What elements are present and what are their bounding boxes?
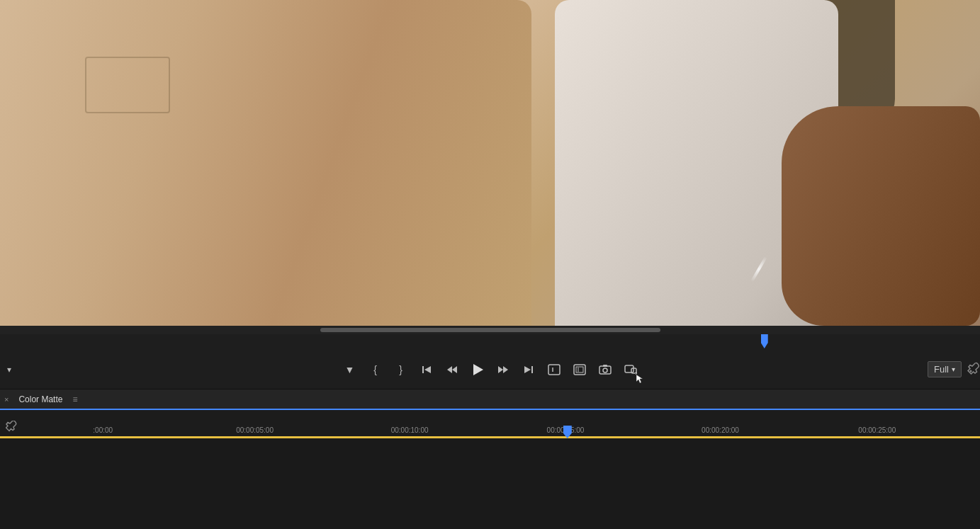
svg-marker-6 — [503, 366, 508, 373]
svg-rect-12 — [576, 367, 583, 372]
svg-marker-0 — [422, 366, 424, 373]
svg-marker-1 — [424, 366, 431, 373]
output-settings-button[interactable] — [619, 358, 642, 381]
preview-scrollbar[interactable] — [0, 326, 980, 334]
timecode-20: 00:00:20:00 — [702, 426, 739, 434]
svg-marker-5 — [498, 366, 503, 373]
svg-marker-7 — [524, 366, 531, 373]
go-to-out-button[interactable] — [517, 358, 540, 381]
chevron-down-icon: ▾ — [952, 365, 955, 373]
panel-menu-button[interactable]: ▾ — [7, 365, 11, 375]
safe-margins-button[interactable] — [568, 358, 591, 381]
transport-controls: ▼ { } — [339, 358, 642, 381]
play-button[interactable] — [466, 358, 489, 381]
video-preview — [0, 0, 980, 326]
tab-title[interactable]: Color Matte — [13, 389, 68, 409]
tab-bar: × Color Matte ≡ — [0, 389, 980, 410]
timecode-5: 00:00:05:00 — [236, 426, 274, 434]
marker-button[interactable]: ▼ — [339, 358, 361, 381]
quality-dropdown[interactable]: Full ▾ — [928, 361, 962, 377]
svg-rect-17 — [625, 365, 633, 372]
svg-rect-9 — [548, 365, 560, 375]
svg-marker-4 — [473, 364, 483, 375]
preview-playhead — [761, 334, 768, 348]
svg-rect-11 — [574, 365, 585, 375]
preview-ruler — [0, 334, 980, 350]
svg-marker-19 — [636, 375, 643, 383]
svg-marker-3 — [452, 366, 457, 373]
settings-wrench-button[interactable] — [967, 362, 980, 377]
timecode-10: 00:00:10:00 — [391, 426, 429, 434]
svg-marker-2 — [447, 366, 452, 373]
loop-button[interactable] — [543, 358, 565, 381]
transport-bar: ▾ ▼ { } — [0, 350, 980, 389]
timeline-yellow-bar — [0, 436, 980, 438]
mark-in-button[interactable]: { — [364, 358, 387, 381]
timeline-section: :00:00 00:00:05:00 00:00:10:00 00:00:15:… — [0, 410, 980, 438]
timecode-25: 00:00:25:00 — [858, 426, 896, 434]
go-to-in-button[interactable] — [415, 358, 438, 381]
mark-out-button[interactable]: } — [390, 358, 412, 381]
svg-rect-16 — [603, 365, 607, 367]
scroll-thumb[interactable] — [320, 328, 660, 332]
quality-label: Full — [934, 364, 949, 375]
tab-close-button[interactable]: × — [0, 389, 13, 409]
timeline-ruler: :00:00 00:00:05:00 00:00:10:00 00:00:15:… — [0, 410, 980, 438]
timecode-0: :00:00 — [93, 426, 113, 434]
transport-dropdown: ▾ — [0, 365, 21, 375]
step-back-button[interactable] — [441, 358, 463, 381]
transport-right: Full ▾ — [928, 361, 980, 377]
tab-menu-button[interactable]: ≡ — [68, 389, 81, 409]
svg-point-15 — [603, 368, 607, 372]
svg-rect-8 — [531, 366, 533, 373]
step-forward-button[interactable] — [492, 358, 514, 381]
timeline-tool-button[interactable] — [6, 421, 17, 434]
export-frame-button[interactable] — [594, 358, 616, 381]
svg-point-20 — [970, 370, 972, 372]
